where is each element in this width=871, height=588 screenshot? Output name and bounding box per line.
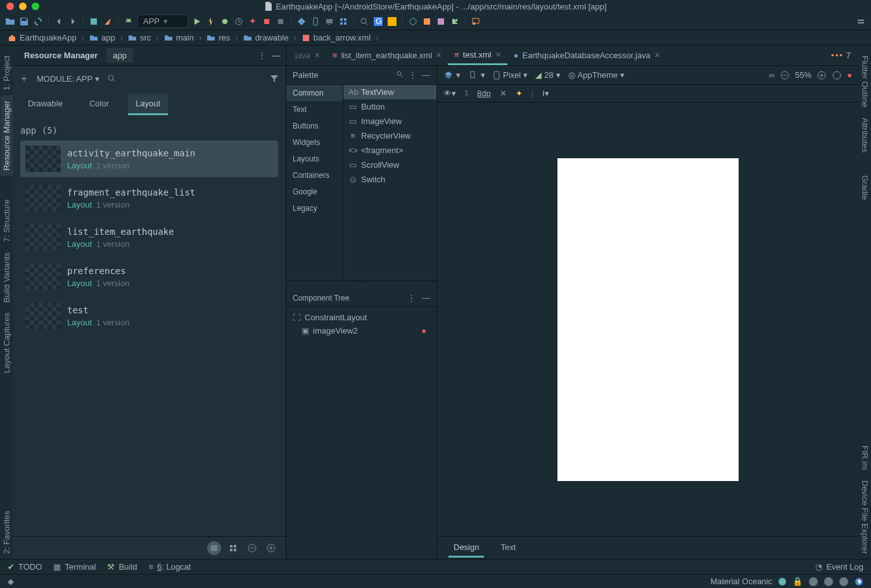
- more-icon[interactable]: ⋮: [409, 70, 417, 80]
- link-icon[interactable]: ∞: [769, 70, 775, 80]
- filter-icon[interactable]: [269, 73, 279, 84]
- breadcrumb-item[interactable]: back_arrow.xml: [302, 33, 371, 42]
- add-resource-button[interactable]: ＋: [19, 72, 29, 85]
- palette-category[interactable]: Legacy: [286, 200, 343, 216]
- module-selector[interactable]: MODULE: APP ▾: [37, 74, 99, 84]
- tool-tab-attributes[interactable]: Attributes: [859, 113, 871, 158]
- run-config-selector[interactable]: APP ▾: [137, 15, 188, 28]
- theme-icon[interactable]: [436, 16, 446, 27]
- resource-item[interactable]: test Layout 1 version: [20, 297, 278, 334]
- more-icon[interactable]: ⋮: [258, 51, 266, 60]
- palette-category[interactable]: Text: [286, 101, 343, 118]
- warnings-button[interactable]: ●: [847, 70, 852, 80]
- resource-item[interactable]: list_item_earthquake Layout 1 version: [20, 219, 278, 256]
- editor-tab[interactable]: java✕: [289, 47, 326, 64]
- back-icon[interactable]: [54, 16, 64, 27]
- device-preview[interactable]: [557, 158, 739, 481]
- tool-tab-build[interactable]: ⚒Build: [107, 562, 137, 572]
- theme-selector[interactable]: ◎AppTheme▾: [568, 70, 625, 80]
- resource-item[interactable]: preferences Layout 1 version: [20, 258, 278, 295]
- breadcrumb-item[interactable]: src: [128, 33, 151, 42]
- palette-item[interactable]: ▭ImageView: [343, 114, 436, 128]
- tool-tab-firim[interactable]: FIR.im: [859, 441, 871, 475]
- minimize-icon[interactable]: —: [422, 70, 430, 80]
- palette-item[interactable]: AbTextView: [343, 85, 436, 99]
- zoom-in-button[interactable]: [817, 70, 827, 80]
- resource-manager-module-chip[interactable]: app: [106, 48, 133, 63]
- status-corner-icon[interactable]: ◆: [8, 577, 14, 586]
- palette-category[interactable]: Widgets: [286, 134, 343, 151]
- resource-item[interactable]: activity_earthquake_main Layout 1 versio…: [20, 141, 278, 177]
- surface-selector[interactable]: ▾: [443, 70, 461, 80]
- breadcrumb-item[interactable]: app: [89, 33, 115, 42]
- tool-tab-resource-manager[interactable]: Resource Manager: [1, 96, 13, 176]
- breadcrumb-item[interactable]: drawable: [243, 33, 289, 42]
- debug-icon[interactable]: [220, 16, 230, 27]
- more-icon[interactable]: ⋮: [407, 293, 422, 303]
- tool-tab-terminal[interactable]: ▦Terminal: [53, 562, 96, 572]
- minimize-icon[interactable]: —: [422, 293, 430, 303]
- search-icon[interactable]: [396, 70, 404, 80]
- close-icon[interactable]: ✕: [654, 51, 660, 59]
- sync-icon[interactable]: [33, 16, 43, 27]
- search-icon[interactable]: [359, 16, 369, 27]
- palette-category[interactable]: Google: [286, 184, 343, 200]
- tab-layout[interactable]: Layout: [128, 94, 168, 115]
- forward-icon[interactable]: [68, 16, 78, 27]
- tool-tab-todo[interactable]: ✔TODO: [8, 562, 42, 572]
- tab-text[interactable]: Text: [495, 539, 521, 558]
- face-icon[interactable]: [824, 577, 833, 586]
- profile-icon[interactable]: [234, 16, 244, 27]
- run-icon[interactable]: [192, 16, 202, 27]
- tool-tab-flutter-outline[interactable]: Flutter Outline: [859, 51, 871, 113]
- tab-drawable[interactable]: Drawable: [20, 94, 70, 115]
- face-icon[interactable]: [839, 577, 848, 586]
- guidelines-selector[interactable]: I▾: [542, 89, 549, 98]
- google-icon[interactable]: G: [373, 16, 383, 27]
- slides-icon[interactable]: [387, 16, 397, 27]
- window-zoom-button[interactable]: [32, 3, 39, 10]
- breadcrumb-item[interactable]: EarthquakeApp: [8, 33, 77, 42]
- breadcrumb-item[interactable]: main: [164, 33, 194, 42]
- palette-category[interactable]: Containers: [286, 167, 343, 184]
- resize-handle-icon[interactable]: :::::: [286, 281, 436, 289]
- design-canvas-viewport[interactable]: [437, 103, 858, 536]
- tool-tab-build-variants[interactable]: Build Variants: [1, 247, 13, 308]
- face-icon[interactable]: [809, 577, 818, 586]
- tool-tab-device-file-explorer[interactable]: Device File Explorer: [859, 475, 871, 559]
- autoconnect-icon[interactable]: ⫱: [465, 89, 468, 99]
- device-selector[interactable]: Pixel▾: [493, 70, 528, 80]
- make-icon[interactable]: [103, 16, 113, 27]
- chrome-icon[interactable]: [855, 577, 863, 586]
- breadcrumb-item[interactable]: res: [207, 33, 230, 42]
- editor-tab[interactable]: ≡test.xml✕: [448, 46, 507, 65]
- list-view-icon[interactable]: [207, 541, 221, 555]
- zoom-fit-button[interactable]: [832, 70, 842, 80]
- tool-tab-gradle[interactable]: Gradle: [859, 170, 871, 205]
- editor-tab[interactable]: ●EarthquakeDatabaseAccessor.java✕: [507, 47, 666, 64]
- attach-debugger-icon[interactable]: [248, 16, 258, 27]
- tool-tab-project[interactable]: 1: Project: [1, 51, 13, 96]
- palette-category[interactable]: Layouts: [286, 151, 343, 167]
- android-head-icon[interactable]: [124, 16, 134, 27]
- tab-design[interactable]: Design: [448, 539, 484, 558]
- clear-constraints-icon[interactable]: ✕: [500, 89, 507, 98]
- close-icon[interactable]: ✕: [495, 51, 501, 59]
- save-icon[interactable]: [19, 16, 29, 27]
- tab-color[interactable]: Color: [82, 94, 117, 115]
- search-icon[interactable]: [107, 74, 116, 83]
- resource-icon[interactable]: [422, 16, 432, 27]
- build-icon[interactable]: [89, 16, 99, 27]
- palette-item[interactable]: ▭ScrollView: [343, 158, 436, 172]
- palette-item[interactable]: ⊙Switch: [343, 172, 436, 187]
- zoom-out-icon[interactable]: [245, 541, 259, 555]
- apply-changes-icon[interactable]: [206, 16, 216, 27]
- close-icon[interactable]: ✕: [436, 51, 442, 59]
- tool-tab-layout-captures[interactable]: Layout Captures: [1, 308, 13, 378]
- tree-node-child[interactable]: ▣ imageView2 ●: [290, 324, 433, 337]
- palette-item[interactable]: ▭Button: [343, 99, 436, 114]
- coverage-icon[interactable]: [262, 16, 272, 27]
- overflow-icon[interactable]: [856, 16, 866, 27]
- tool-tab-event-log[interactable]: ◔Event Log: [815, 562, 863, 572]
- api-selector[interactable]: ◢28▾: [535, 70, 560, 80]
